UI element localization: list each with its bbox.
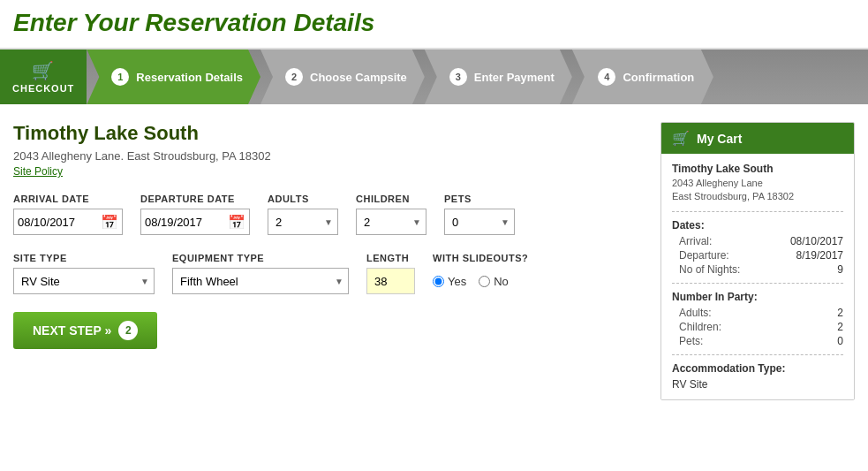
- slideouts-group: WITH SLIDEOUTS? Yes No: [433, 253, 528, 294]
- children-select-wrapper: 20134 ▼: [356, 209, 426, 235]
- site-policy-link[interactable]: Site Policy: [13, 165, 643, 178]
- cart-pets-label: Pets:: [672, 335, 703, 347]
- arrival-date-label: ARRIVAL DATE: [13, 194, 123, 204]
- progress-step-1[interactable]: 1 Reservation Details: [87, 49, 260, 104]
- form-row-2: SITE TYPE RV SiteTent SiteCabin ▼ EQUIPM…: [13, 253, 643, 294]
- equipment-type-select[interactable]: Fifth WheelTravel TrailerClass AClass BC…: [172, 268, 349, 294]
- equipment-type-select-wrapper: Fifth WheelTravel TrailerClass AClass BC…: [172, 268, 349, 294]
- children-group: CHILDREN 20134 ▼: [356, 194, 426, 235]
- cart-nights-value: 9: [837, 263, 843, 276]
- departure-calendar-icon[interactable]: 📅: [228, 214, 245, 231]
- cart-adults-row: Adults: 2: [672, 307, 843, 319]
- cart-accommodation-value: RV Site: [672, 378, 843, 391]
- cart-party-title: Number In Party:: [672, 291, 843, 303]
- site-type-select-wrapper: RV SiteTent SiteCabin ▼: [13, 268, 155, 294]
- left-panel: Timothy Lake South 2043 Allegheny Lane. …: [13, 122, 643, 400]
- cart-children-label: Children:: [672, 321, 721, 333]
- arrival-date-input-wrapper[interactable]: 📅: [13, 209, 123, 235]
- cart-children-row: Children: 2: [672, 321, 843, 333]
- adults-label: ADULTS: [268, 194, 338, 204]
- location-name: Timothy Lake South: [13, 122, 643, 145]
- arrival-date-group: ARRIVAL DATE 📅: [13, 194, 123, 235]
- cart-departure-value: 8/19/2017: [796, 249, 843, 262]
- form-row-1: ARRIVAL DATE 📅 DEPARTURE DATE 📅 ADULTS: [13, 194, 643, 235]
- children-label: CHILDREN: [356, 194, 426, 204]
- step-2-number: 2: [285, 68, 303, 86]
- slideouts-no-label[interactable]: No: [479, 275, 509, 288]
- step-2-label: Choose Campsite: [310, 71, 407, 84]
- cart-accommodation-section: Accommodation Type: RV Site: [672, 362, 843, 391]
- length-group: LENGTH: [366, 253, 415, 294]
- site-type-label: SITE TYPE: [13, 253, 155, 263]
- pets-group: PETS 012 ▼: [444, 194, 515, 235]
- cart-header: 🛒 My Cart: [661, 123, 854, 154]
- cart-nights-label: No of Nights:: [672, 263, 740, 276]
- slideouts-yes-label[interactable]: Yes: [433, 275, 466, 288]
- equipment-type-group: EQUIPMENT TYPE Fifth WheelTravel Trailer…: [172, 253, 349, 294]
- checkout-label: CHECKOUT: [12, 83, 74, 94]
- step-4-number: 4: [598, 68, 615, 86]
- cart-arrival-value: 08/10/2017: [790, 235, 843, 247]
- departure-date-label: DEPARTURE DATE: [140, 194, 250, 204]
- progress-step-4[interactable]: 4 Confirmation: [572, 49, 713, 104]
- cart-arrival-row: Arrival: 08/10/2017: [672, 235, 843, 247]
- progress-step-2[interactable]: 2 Choose Campsite: [260, 49, 425, 104]
- cart-nights-row: No of Nights: 9: [672, 263, 843, 276]
- adults-select-wrapper: 213456 ▼: [268, 209, 338, 235]
- main-content: Timothy Lake South 2043 Allegheny Lane. …: [0, 104, 868, 418]
- pets-label: PETS: [444, 194, 515, 204]
- progress-bar: 🛒 CHECKOUT 1 Reservation Details 2 Choos…: [0, 49, 868, 104]
- cart-departure-label: Departure:: [672, 249, 729, 262]
- checkout-indicator: 🛒 CHECKOUT: [0, 49, 87, 104]
- cart-adults-value: 2: [837, 307, 843, 319]
- pets-select-wrapper: 012 ▼: [444, 209, 515, 235]
- departure-date-group: DEPARTURE DATE 📅: [140, 194, 250, 235]
- step-3-label: Enter Payment: [474, 71, 555, 84]
- cart-divider-3: [672, 354, 843, 355]
- arrival-date-input[interactable]: [18, 216, 97, 229]
- cart-location-address: 2043 Allegheny Lane East Stroudsburg, PA…: [672, 177, 843, 204]
- departure-date-input[interactable]: [145, 216, 224, 229]
- slideouts-yes-text: Yes: [448, 275, 466, 288]
- adults-select[interactable]: 213456: [268, 209, 338, 235]
- step-4-label: Confirmation: [623, 71, 694, 84]
- cart-addr-line1: 2043 Allegheny Lane: [672, 178, 763, 188]
- location-address: 2043 Allegheny Lane. East Stroudsburg, P…: [13, 149, 643, 163]
- cart-children-value: 2: [837, 321, 843, 333]
- my-cart: 🛒 My Cart Timothy Lake South 2043 Allegh…: [660, 122, 855, 400]
- step-1-label: Reservation Details: [136, 71, 243, 84]
- cart-icon: 🛒: [32, 60, 55, 81]
- site-type-group: SITE TYPE RV SiteTent SiteCabin ▼: [13, 253, 155, 294]
- children-select[interactable]: 20134: [356, 209, 426, 235]
- page-title: Enter Your Reservation Details: [13, 9, 855, 37]
- slideouts-no-radio[interactable]: [479, 276, 490, 287]
- cart-dates-title: Dates:: [672, 219, 843, 232]
- slideouts-radio-group: Yes No: [433, 268, 528, 294]
- cart-pets-value: 0: [837, 335, 843, 347]
- next-step-label: NEXT STEP »: [33, 323, 111, 338]
- cart-arrival-label: Arrival:: [672, 235, 712, 247]
- departure-date-input-wrapper[interactable]: 📅: [140, 209, 250, 235]
- cart-accommodation-title: Accommodation Type:: [672, 362, 843, 375]
- cart-body: Timothy Lake South 2043 Allegheny Lane E…: [661, 154, 854, 399]
- cart-departure-row: Departure: 8/19/2017: [672, 249, 843, 262]
- slideouts-yes-radio[interactable]: [433, 276, 444, 287]
- step-3-number: 3: [449, 68, 467, 86]
- next-step-badge: 2: [118, 321, 138, 340]
- arrival-calendar-icon[interactable]: 📅: [101, 214, 118, 231]
- next-step-button[interactable]: NEXT STEP » 2: [13, 312, 157, 349]
- progress-step-3[interactable]: 3 Enter Payment: [425, 49, 572, 104]
- length-input[interactable]: [366, 268, 415, 294]
- cart-header-icon: 🛒: [672, 130, 690, 147]
- length-label: LENGTH: [366, 253, 415, 263]
- cart-pets-row: Pets: 0: [672, 335, 843, 347]
- equipment-type-label: EQUIPMENT TYPE: [172, 253, 349, 263]
- cart-adults-label: Adults:: [672, 307, 712, 319]
- cart-location-name: Timothy Lake South: [672, 163, 843, 175]
- slideouts-no-text: No: [494, 275, 509, 288]
- cart-divider-2: [672, 283, 843, 284]
- site-type-select[interactable]: RV SiteTent SiteCabin: [13, 268, 155, 294]
- cart-title: My Cart: [697, 132, 742, 146]
- adults-group: ADULTS 213456 ▼: [268, 194, 338, 235]
- pets-select[interactable]: 012: [444, 209, 515, 235]
